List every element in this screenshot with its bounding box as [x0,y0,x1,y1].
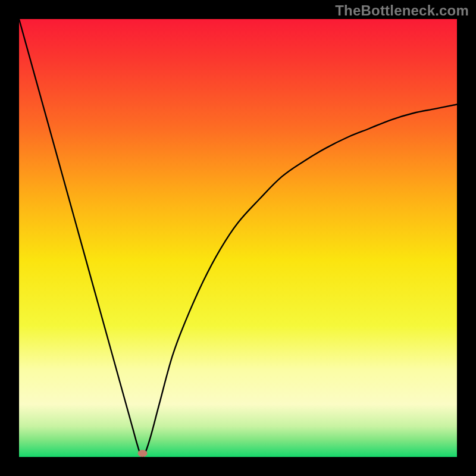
watermark-text: TheBottleneck.com [335,2,469,19]
chart-frame: TheBottleneck.com [0,0,476,476]
plot-background [19,19,457,457]
chart-svg [0,0,476,476]
min-marker [138,450,148,457]
